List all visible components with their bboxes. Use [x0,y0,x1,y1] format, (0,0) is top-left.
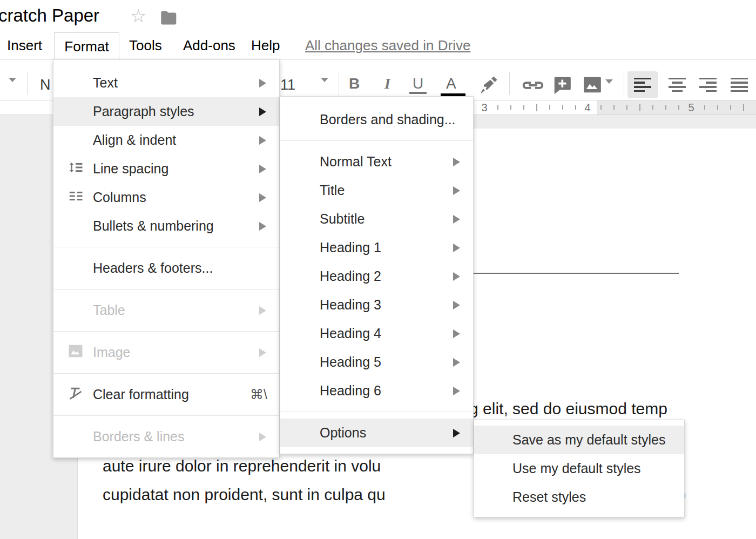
google-docs-app: per r adipiscing elit, sed do eiusmod te… [0,0,756,539]
align-left-button[interactable] [627,71,658,98]
menu-separator [53,247,279,247]
menu-item-heading-1[interactable]: Heading 1 [280,233,473,262]
menu-separator [53,415,279,416]
ruler-number: 5 [688,102,694,114]
submenu-arrow-icon [259,348,266,357]
columns-icon [68,188,84,207]
image-icon [68,343,84,362]
insert-image-icon[interactable] [582,75,603,97]
menu-tools[interactable]: Tools [129,37,162,54]
options-menu: Save as my default styles Use my default… [474,420,685,517]
submenu-arrow-icon [259,306,266,315]
submenu-arrow-icon [259,433,266,441]
document-title-input[interactable]: cratch Paper [0,5,99,26]
submenu-arrow-icon [259,165,266,173]
menu-item-bullets-numbering[interactable]: Bullets & numbering [53,212,279,240]
toolbar-separator [27,72,28,95]
ruler-number: 3 [481,102,487,114]
submenu-arrow-icon [453,244,460,252]
paragraph-styles-menu: Borders and shading... Normal Text Title… [280,96,474,454]
font-size-value[interactable]: 11 [280,77,295,93]
font-size-caret-icon[interactable] [321,78,328,82]
menu-item-columns[interactable]: Columns [53,183,279,212]
ruler-number: 4 [584,102,590,114]
submenu-arrow-icon [453,215,460,224]
shortcut-label: ⌘\ [250,387,267,402]
italic-button[interactable]: I [384,76,390,91]
format-menu: Text Paragraph styles Align & indent Lin… [53,59,280,458]
bold-button[interactable]: B [349,76,360,91]
submenu-arrow-icon [453,358,460,367]
submenu-arrow-icon [259,107,266,116]
underline-button[interactable]: U [409,76,427,94]
menu-item-align-indent[interactable]: Align & indent [53,126,279,154]
menu-item-title[interactable]: Title [280,176,473,205]
menu-item-heading-3[interactable]: Heading 3 [280,291,473,319]
menu-item-text[interactable]: Text [53,69,279,97]
toolbar-separator [624,72,624,95]
styles-dropdown[interactable]: N [40,77,51,93]
menu-item-heading-5[interactable]: Heading 5 [280,348,473,376]
text-color-button[interactable]: A [446,76,456,91]
toolbar-separator [509,72,510,95]
submenu-arrow-icon [453,186,460,195]
toolbar-separator [339,72,339,95]
menu-item-borders-lines: Borders & lines [53,422,279,451]
menu-item-subtitle[interactable]: Subtitle [280,205,473,233]
submenu-arrow-icon [453,158,460,166]
menu-item-use-default-styles[interactable]: Use my default styles [474,454,684,483]
submenu-arrow-icon [453,301,460,309]
menu-separator [53,373,279,374]
submenu-arrow-icon [453,387,460,395]
menu-separator [280,140,473,141]
menu-item-headers-footers[interactable]: Headers & footers... [53,254,279,282]
menu-item-save-default-styles[interactable]: Save as my default styles [474,426,684,454]
menu-item-heading-6[interactable]: Heading 6 [280,376,473,405]
document-text-line: aute irure dolor in reprehenderit in vol… [103,455,396,477]
save-status-link[interactable]: All changes saved in Drive [305,37,470,54]
star-icon[interactable]: ☆ [130,6,146,25]
menu-format[interactable]: Format [54,32,119,60]
ruler-margin-area [597,100,756,114]
menu-item-borders-shading[interactable]: Borders and shading... [280,105,473,134]
image-dropdown-caret-icon[interactable] [605,79,613,84]
menu-item-line-spacing[interactable]: Line spacing [53,154,279,183]
submenu-arrow-icon [259,222,266,231]
align-center-icon [669,78,686,92]
menu-insert[interactable]: Insert [7,37,42,54]
add-comment-icon[interactable] [552,75,572,97]
header: cratch Paper ☆ Insert Format Tools Add-o… [0,0,756,59]
menu-item-paragraph-styles[interactable]: Paragraph styles [53,97,279,126]
align-center-button[interactable] [662,71,692,98]
document-text-line: cupidatat non proident, sunt in culpa qu [103,484,396,506]
align-right-button[interactable] [693,71,723,98]
menu-item-heading-2[interactable]: Heading 2 [280,262,473,291]
menu-help[interactable]: Help [251,37,280,54]
menu-item-clear-formatting[interactable]: Clear formatting ⌘\ [53,380,279,409]
submenu-arrow-icon [259,193,266,202]
clear-formatting-icon [68,385,84,405]
menu-addons[interactable]: Add-ons [183,37,235,54]
menu-item-normal-text[interactable]: Normal Text [280,147,473,176]
menu-item-reset-styles[interactable]: Reset styles [474,483,684,511]
submenu-arrow-icon [259,136,266,145]
submenu-arrow-icon [453,329,460,338]
zoom-dropdown-caret-icon[interactable] [9,78,16,82]
submenu-arrow-icon [453,429,460,437]
align-justify-icon [731,78,748,92]
menu-item-options[interactable]: Options [280,419,473,447]
submenu-arrow-icon [259,79,266,87]
menu-item-heading-4[interactable]: Heading 4 [280,319,473,348]
align-left-icon [634,78,651,92]
align-right-icon [699,78,717,92]
insert-link-icon[interactable] [521,77,545,96]
align-justify-button[interactable] [724,71,754,98]
folder-icon[interactable] [160,10,178,28]
menu-separator [280,412,473,412]
paint-format-icon[interactable] [478,75,499,97]
menu-item-table: Table [53,296,279,325]
submenu-arrow-icon [453,272,460,281]
menu-separator [53,331,279,332]
menu-item-image: Image [53,338,279,367]
menu-separator [53,289,279,289]
